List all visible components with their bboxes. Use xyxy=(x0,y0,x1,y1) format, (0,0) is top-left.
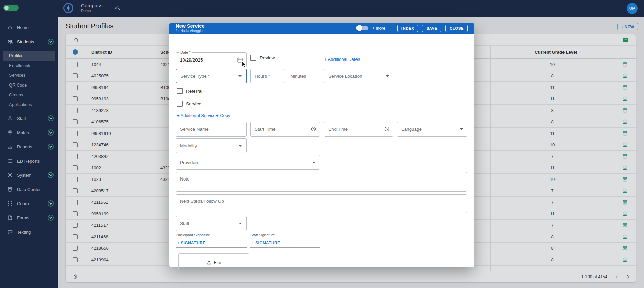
start-time-label: Start Time xyxy=(255,127,276,132)
staff-label: Staff xyxy=(180,221,189,226)
service-name-label: Service Name xyxy=(180,127,209,132)
staff-select[interactable]: Staff xyxy=(176,216,247,231)
toggle-knob-icon xyxy=(356,25,362,31)
file-label: File xyxy=(214,260,221,265)
language-select[interactable]: Language xyxy=(397,122,467,137)
referral-checkbox[interactable]: Referral xyxy=(177,88,202,94)
next-steps-textarea[interactable]: Next Steps/Follow Up xyxy=(176,194,467,213)
service-checkbox-label: Service xyxy=(186,101,201,106)
note-label: Note xyxy=(180,176,190,182)
service-location-label: Service Location xyxy=(328,74,362,79)
minutes-label: Minutes xyxy=(290,74,306,79)
signature-underline xyxy=(250,247,320,248)
chevron-down-icon xyxy=(312,162,316,163)
review-checkbox[interactable]: Review xyxy=(250,55,275,61)
save-button[interactable]: SAVE xyxy=(422,25,441,32)
close-button[interactable]: CLOSE xyxy=(445,25,468,32)
file-upload-box[interactable]: File xyxy=(178,253,249,271)
service-type-label: Service Type * xyxy=(180,74,210,79)
staff-signature-button[interactable]: + SIGNATURE xyxy=(252,241,280,245)
providers-label: Providers xyxy=(180,160,199,165)
modal-header: New Service for Nadia Abegglen + more IN… xyxy=(169,23,474,34)
language-label: Language xyxy=(401,127,422,132)
end-time-label: End Time xyxy=(328,127,348,132)
modality-label: Modality xyxy=(180,143,197,148)
chevron-down-icon xyxy=(238,75,242,77)
more-toggle[interactable] xyxy=(357,26,368,30)
hours-field[interactable]: Hours * xyxy=(250,69,284,83)
checkbox-icon[interactable] xyxy=(177,101,183,107)
participant-signature-label: Participant Signature xyxy=(176,233,210,237)
modal-subtitle: for Nadia Abegglen xyxy=(176,29,204,33)
end-time-field[interactable]: End Time xyxy=(324,122,393,137)
service-checkbox[interactable]: Service xyxy=(177,101,201,107)
hours-label: Hours * xyxy=(255,74,270,79)
additional-dates-link[interactable]: + Additional Dates xyxy=(324,57,360,62)
chevron-down-icon xyxy=(460,128,463,130)
chevron-down-icon xyxy=(239,145,242,147)
chevron-down-icon xyxy=(386,75,389,77)
referral-checkbox-label: Referral xyxy=(186,89,202,94)
providers-select[interactable]: Providers xyxy=(176,155,320,170)
date-field-label: Date * xyxy=(179,50,192,54)
clock-icon[interactable] xyxy=(310,126,316,132)
staff-signature-label: Staff Signature xyxy=(250,233,275,237)
date-field[interactable]: Date * 10/29/2025 xyxy=(176,52,247,67)
service-name-field[interactable]: Service Name xyxy=(176,122,247,137)
checkbox-icon[interactable] xyxy=(177,88,183,94)
clock-icon[interactable] xyxy=(384,126,390,132)
index-button[interactable]: INDEX xyxy=(397,25,418,32)
copy-link[interactable]: + Copy xyxy=(216,113,230,118)
chevron-down-icon xyxy=(239,223,242,224)
note-textarea[interactable]: Note xyxy=(176,172,467,192)
next-steps-label: Next Steps/Follow Up xyxy=(180,199,224,204)
more-label: + more xyxy=(372,26,385,31)
additional-services-link[interactable]: + Additional Services xyxy=(177,113,218,118)
signature-underline xyxy=(176,247,247,248)
service-type-select[interactable]: Service Type * xyxy=(176,69,247,83)
service-location-select[interactable]: Service Location xyxy=(324,69,393,83)
modal-title: New Service xyxy=(176,24,204,29)
checkbox-icon[interactable] xyxy=(250,55,256,61)
new-service-modal: New Service for Nadia Abegglen + more IN… xyxy=(169,23,474,267)
review-checkbox-label: Review xyxy=(260,55,275,61)
modality-select[interactable]: Modality xyxy=(176,138,247,153)
minutes-field[interactable]: Minutes xyxy=(286,69,320,83)
participant-signature-button[interactable]: + SIGNATURE xyxy=(177,241,206,245)
date-field-value: 10/29/2025 xyxy=(180,57,203,63)
upload-icon xyxy=(207,260,212,265)
modal-body: Date * 10/29/2025 Review + Additional Da… xyxy=(169,34,474,267)
start-time-field[interactable]: Start Time xyxy=(250,122,320,137)
mouse-cursor xyxy=(241,61,247,69)
